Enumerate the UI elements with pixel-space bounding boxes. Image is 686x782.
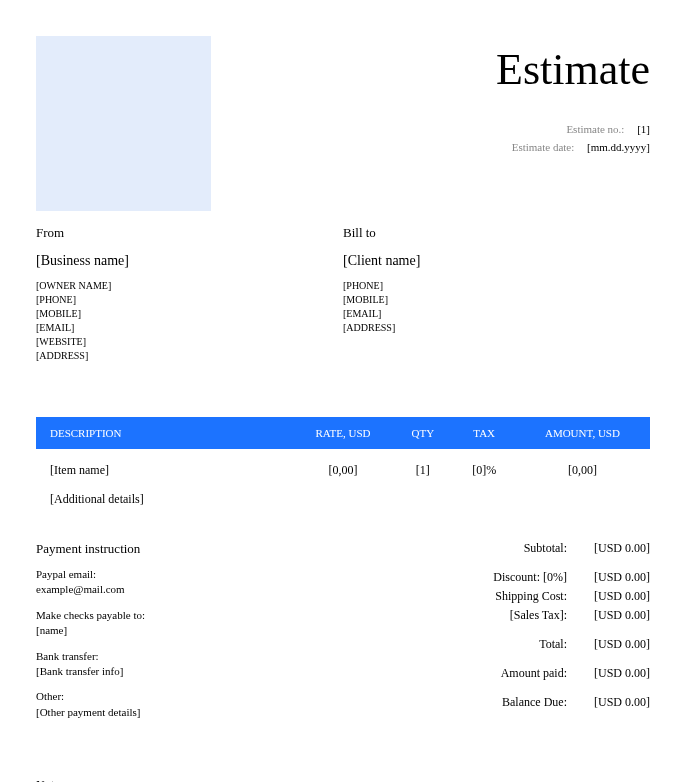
item-tax: [0]%: [454, 449, 515, 484]
total-value: [USD 0.00]: [580, 637, 650, 652]
table-row: [Item name] [0,00] [1] [0]% [0,00]: [36, 449, 650, 484]
line-items-table: DESCRIPTION RATE, USD QTY TAX AMOUNT, US…: [36, 417, 650, 484]
additional-details: [Additional details]: [36, 484, 650, 515]
discount-value: [USD 0.00]: [580, 570, 650, 585]
billto-address: [ADDRESS]: [343, 321, 650, 335]
paypal-label: Paypal email:: [36, 567, 343, 582]
bank-value: [Bank transfer info]: [36, 664, 343, 679]
estimate-no-value: [1]: [637, 123, 650, 135]
bank-label: Bank transfer:: [36, 649, 343, 664]
col-amount: AMOUNT, USD: [515, 417, 650, 449]
balance-value: [USD 0.00]: [580, 695, 650, 710]
from-mobile: [MOBILE]: [36, 307, 343, 321]
from-email: [EMAIL]: [36, 321, 343, 335]
billto-mobile: [MOBILE]: [343, 293, 650, 307]
billto-heading: Bill to: [343, 225, 650, 241]
shipping-value: [USD 0.00]: [580, 589, 650, 604]
paid-label: Amount paid:: [501, 666, 567, 681]
item-rate: [0,00]: [294, 449, 392, 484]
salestax-label: [Sales Tax]:: [510, 608, 567, 623]
subtotal-value: [USD 0.00]: [580, 541, 650, 556]
col-qty: QTY: [392, 417, 453, 449]
other-value: [Other payment details]: [36, 705, 343, 720]
other-label: Other:: [36, 689, 343, 704]
billto-email: [EMAIL]: [343, 307, 650, 321]
client-name: [Client name]: [343, 253, 650, 269]
discount-label: Discount: [0%]: [493, 570, 567, 585]
logo-placeholder: [36, 36, 211, 211]
from-phone: [PHONE]: [36, 293, 343, 307]
estimate-date-label: Estimate date:: [512, 141, 575, 153]
shipping-label: Shipping Cost:: [495, 589, 567, 604]
item-amount: [0,00]: [515, 449, 650, 484]
paid-value: [USD 0.00]: [580, 666, 650, 681]
checks-value: [name]: [36, 623, 343, 638]
from-website: [WEBSITE]: [36, 335, 343, 349]
from-owner: [OWNER NAME]: [36, 279, 343, 293]
col-rate: RATE, USD: [294, 417, 392, 449]
checks-label: Make checks payable to:: [36, 608, 343, 623]
item-name: [Item name]: [36, 449, 294, 484]
salestax-value: [USD 0.00]: [580, 608, 650, 623]
payment-heading: Payment instruction: [36, 541, 343, 557]
from-heading: From: [36, 225, 343, 241]
subtotal-label: Subtotal:: [524, 541, 567, 556]
balance-label: Balance Due:: [502, 695, 567, 710]
from-address: [ADDRESS]: [36, 349, 343, 363]
document-title: Estimate: [496, 44, 650, 95]
item-qty: [1]: [392, 449, 453, 484]
notes-heading: Notes:: [36, 778, 650, 782]
billto-phone: [PHONE]: [343, 279, 650, 293]
estimate-no-label: Estimate no.:: [566, 123, 624, 135]
col-tax: TAX: [454, 417, 515, 449]
paypal-value: example@mail.com: [36, 582, 343, 597]
estimate-date-value: [mm.dd.yyyy]: [587, 141, 650, 153]
business-name: [Business name]: [36, 253, 343, 269]
total-label: Total:: [539, 637, 567, 652]
col-description: DESCRIPTION: [36, 417, 294, 449]
